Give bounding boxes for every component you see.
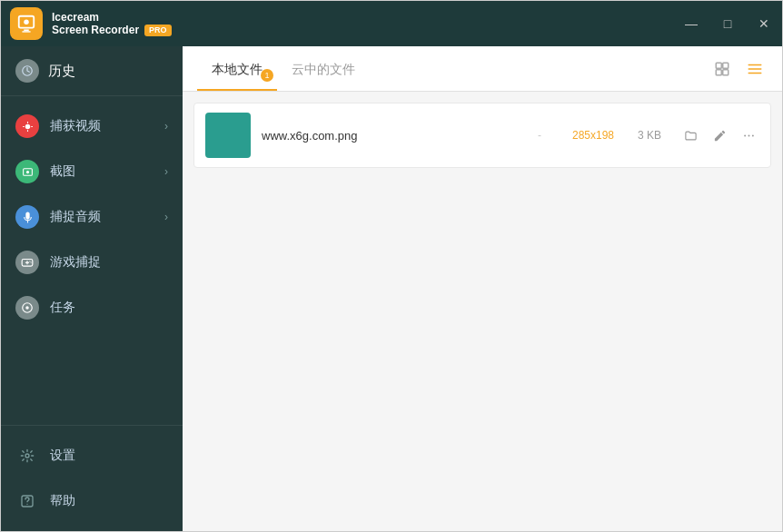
svg-rect-2 bbox=[24, 29, 29, 31]
tabs: 本地文件 1 云中的文件 bbox=[197, 46, 370, 91]
tab-local-files-badge: 1 bbox=[261, 69, 273, 82]
sidebar-item-audio-label: 捕捉音频 bbox=[50, 209, 101, 225]
svg-point-26 bbox=[744, 134, 746, 136]
file-separator: - bbox=[530, 129, 549, 142]
app-name: Icecream Screen Recorder PRO bbox=[52, 11, 172, 37]
file-thumbnail bbox=[205, 113, 251, 158]
sidebar-help[interactable]: 帮助 bbox=[1, 478, 183, 524]
sidebar-item-game-label: 游戏捕捉 bbox=[50, 254, 101, 271]
app-name-line1: Icecream bbox=[52, 11, 172, 24]
audio-chevron: › bbox=[164, 211, 168, 223]
sidebar-item-tasks-label: 任务 bbox=[50, 300, 75, 316]
sidebar-footer: 设置 帮助 bbox=[1, 425, 183, 531]
app-name-line2: Screen Recorder PRO bbox=[52, 24, 172, 36]
sidebar-item-tasks[interactable]: 任务 bbox=[1, 285, 183, 330]
file-list: www.x6g.com.png - 285x198 3 KB bbox=[183, 92, 782, 531]
svg-rect-22 bbox=[723, 70, 728, 75]
svg-rect-19 bbox=[716, 63, 721, 68]
pro-badge: PRO bbox=[144, 25, 172, 36]
help-icon bbox=[15, 489, 39, 513]
svg-point-18 bbox=[26, 504, 27, 505]
title-bar: Icecream Screen Recorder PRO — □ ✕ bbox=[1, 1, 782, 46]
grid-view-button[interactable] bbox=[709, 56, 735, 82]
list-view-button[interactable] bbox=[742, 56, 768, 82]
sidebar: 历史 捕获视频 › bbox=[1, 46, 183, 531]
close-button[interactable]: ✕ bbox=[746, 1, 782, 46]
app-window: Icecream Screen Recorder PRO — □ ✕ bbox=[0, 0, 783, 532]
file-edit-button[interactable] bbox=[709, 124, 730, 146]
file-name: www.x6g.com.png bbox=[262, 129, 520, 143]
svg-rect-20 bbox=[723, 63, 728, 68]
screenshot-chevron: › bbox=[164, 165, 168, 178]
main-layout: 历史 捕获视频 › bbox=[1, 46, 782, 531]
title-bar-left: Icecream Screen Recorder PRO bbox=[10, 7, 172, 40]
settings-icon bbox=[15, 444, 39, 468]
history-icon bbox=[15, 59, 39, 83]
svg-point-5 bbox=[25, 123, 29, 128]
app-logo bbox=[10, 7, 43, 40]
content-header: 本地文件 1 云中的文件 bbox=[183, 46, 782, 92]
tab-cloud-files-label: 云中的文件 bbox=[292, 62, 355, 76]
game-icon bbox=[15, 251, 39, 274]
history-label: 历史 bbox=[48, 63, 75, 80]
file-dimensions: 285x198 bbox=[560, 129, 614, 142]
settings-label: 设置 bbox=[50, 448, 75, 464]
maximize-button[interactable]: □ bbox=[709, 1, 746, 46]
sidebar-item-capture-video-label: 捕获视频 bbox=[50, 118, 101, 134]
svg-point-16 bbox=[25, 454, 29, 458]
sidebar-item-capture-video[interactable]: 捕获视频 › bbox=[1, 103, 183, 149]
file-open-folder-button[interactable] bbox=[679, 124, 701, 146]
help-label: 帮助 bbox=[50, 493, 75, 509]
svg-point-27 bbox=[748, 134, 749, 136]
tasks-icon bbox=[15, 296, 39, 320]
sidebar-menu: 捕获视频 › 截图 › bbox=[1, 96, 183, 425]
app-name-line2-text: Screen Recorder bbox=[52, 24, 139, 36]
tab-cloud-files[interactable]: 云中的文件 bbox=[277, 62, 370, 91]
tab-local-files[interactable]: 本地文件 1 bbox=[197, 62, 277, 91]
minimize-button[interactable]: — bbox=[673, 1, 709, 46]
audio-icon bbox=[15, 205, 39, 229]
sidebar-settings[interactable]: 设置 bbox=[1, 433, 183, 478]
file-item: www.x6g.com.png - 285x198 3 KB bbox=[193, 103, 771, 168]
screenshot-icon bbox=[15, 160, 39, 183]
svg-rect-3 bbox=[22, 31, 30, 32]
svg-point-7 bbox=[25, 170, 28, 172]
file-size: 3 KB bbox=[625, 129, 661, 142]
tab-local-files-label: 本地文件 bbox=[212, 62, 263, 76]
svg-point-13 bbox=[31, 261, 32, 262]
content-area: 本地文件 1 云中的文件 bbox=[183, 46, 782, 531]
svg-point-15 bbox=[25, 306, 29, 310]
capture-video-chevron: › bbox=[164, 120, 168, 133]
svg-point-1 bbox=[24, 19, 29, 25]
window-controls: — □ ✕ bbox=[673, 1, 782, 46]
sidebar-item-screenshot-label: 截图 bbox=[50, 163, 75, 180]
sidebar-item-screenshot[interactable]: 截图 › bbox=[1, 149, 183, 194]
file-actions bbox=[679, 124, 759, 146]
svg-rect-21 bbox=[716, 70, 721, 75]
history-item[interactable]: 历史 bbox=[1, 46, 183, 96]
sidebar-item-game[interactable]: 游戏捕捉 bbox=[1, 240, 183, 285]
svg-point-12 bbox=[29, 261, 30, 261]
view-controls bbox=[709, 56, 768, 91]
sidebar-item-audio[interactable]: 捕捉音频 › bbox=[1, 194, 183, 240]
file-more-button[interactable] bbox=[738, 124, 759, 146]
capture-video-icon bbox=[15, 114, 39, 138]
svg-point-28 bbox=[751, 134, 753, 136]
